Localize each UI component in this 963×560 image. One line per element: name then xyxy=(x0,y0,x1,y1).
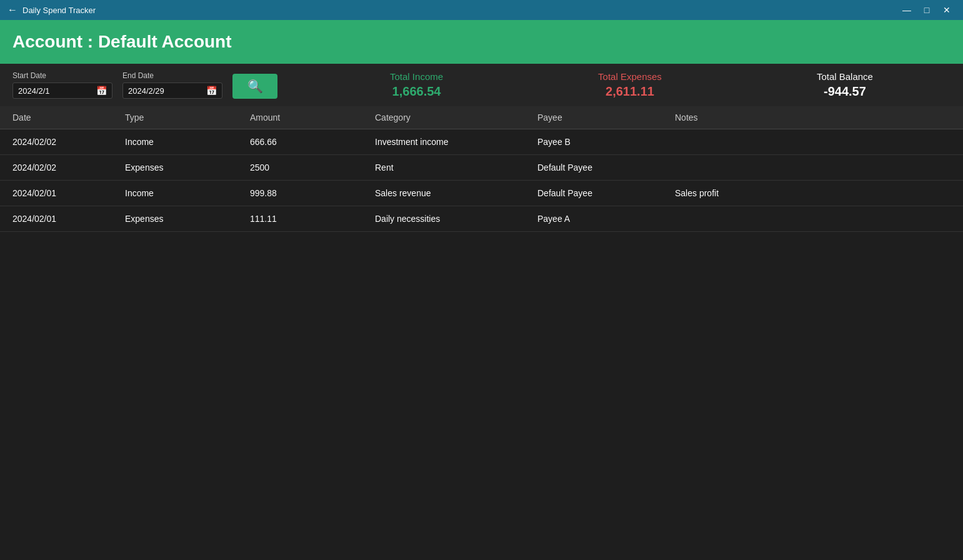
total-balance-label: Total Balance xyxy=(817,71,873,82)
start-date-input[interactable] xyxy=(18,86,94,96)
cell-notes: Sales profit xyxy=(662,181,963,206)
col-header-type: Type xyxy=(112,106,237,129)
minimize-button[interactable]: — xyxy=(898,4,916,16)
cell-category: Rent xyxy=(362,155,525,181)
cell-type: Expenses xyxy=(112,155,237,181)
cell-category: Daily necessities xyxy=(362,206,525,232)
window-controls: — □ ✕ xyxy=(898,4,956,16)
table-row[interactable]: 2024/02/02Income666.66Investment incomeP… xyxy=(0,129,963,155)
maximize-button[interactable]: □ xyxy=(918,4,936,16)
cell-date: 2024/02/01 xyxy=(0,181,112,206)
app-title: Daily Spend Tracker xyxy=(22,6,96,15)
cell-notes xyxy=(662,129,963,155)
title-bar: ← Daily Spend Tracker — □ ✕ xyxy=(0,0,963,20)
total-expenses-item: Total Expenses 2,611.11 xyxy=(598,71,662,99)
cell-amount: 2500 xyxy=(237,155,362,181)
table-row[interactable]: 2024/02/01Expenses111.11Daily necessitie… xyxy=(0,206,963,232)
total-income-item: Total Income 1,666.54 xyxy=(390,71,443,99)
cell-payee: Default Payee xyxy=(525,181,662,206)
cell-type: Expenses xyxy=(112,206,237,232)
cell-notes xyxy=(662,155,963,181)
total-balance-item: Total Balance -944.57 xyxy=(817,71,873,99)
total-expenses-value: 2,611.11 xyxy=(606,84,654,99)
start-date-calendar-icon[interactable]: 📅 xyxy=(96,86,107,96)
col-header-amount: Amount xyxy=(237,106,362,129)
table-body: 2024/02/02Income666.66Investment incomeP… xyxy=(0,129,963,232)
end-date-group: End Date 📅 xyxy=(122,71,222,99)
end-date-label: End Date xyxy=(122,71,222,80)
cell-amount: 666.66 xyxy=(237,129,362,155)
account-header: Account : Default Account xyxy=(0,20,963,64)
cell-date: 2024/02/01 xyxy=(0,206,112,232)
col-header-date: Date xyxy=(0,106,112,129)
close-button[interactable]: ✕ xyxy=(938,4,956,16)
start-date-wrapper[interactable]: 📅 xyxy=(12,82,112,99)
table-header: Date Type Amount Category Payee Notes xyxy=(0,106,963,129)
end-date-calendar-icon[interactable]: 📅 xyxy=(206,86,217,96)
cell-notes xyxy=(662,206,963,232)
col-header-payee: Payee xyxy=(525,106,662,129)
cell-amount: 111.11 xyxy=(237,206,362,232)
account-title: Account : Default Account xyxy=(12,32,232,52)
end-date-input[interactable] xyxy=(128,86,204,96)
cell-payee: Payee B xyxy=(525,129,662,155)
search-button[interactable]: 🔍 xyxy=(232,74,277,99)
total-income-label: Total Income xyxy=(390,71,443,82)
end-date-wrapper[interactable]: 📅 xyxy=(122,82,222,99)
summary-section: Total Income 1,666.54 Total Expenses 2,6… xyxy=(312,71,951,99)
table-row[interactable]: 2024/02/02Expenses2500RentDefault Payee xyxy=(0,155,963,181)
table-row[interactable]: 2024/02/01Income999.88Sales revenueDefau… xyxy=(0,181,963,206)
start-date-label: Start Date xyxy=(12,71,112,80)
cell-category: Investment income xyxy=(362,129,525,155)
start-date-group: Start Date 📅 xyxy=(12,71,112,99)
cell-type: Income xyxy=(112,181,237,206)
cell-date: 2024/02/02 xyxy=(0,155,112,181)
cell-type: Income xyxy=(112,129,237,155)
col-header-notes: Notes xyxy=(662,106,963,129)
total-income-value: 1,666.54 xyxy=(392,84,441,99)
cell-category: Sales revenue xyxy=(362,181,525,206)
cell-payee: Default Payee xyxy=(525,155,662,181)
controls-bar: Start Date 📅 End Date 📅 🔍 Total Income 1… xyxy=(0,64,963,106)
cell-amount: 999.88 xyxy=(237,181,362,206)
col-header-category: Category xyxy=(362,106,525,129)
total-balance-value: -944.57 xyxy=(824,84,866,99)
cell-date: 2024/02/02 xyxy=(0,129,112,155)
transactions-table: Date Type Amount Category Payee Notes 20… xyxy=(0,106,963,232)
cell-payee: Payee A xyxy=(525,206,662,232)
total-expenses-label: Total Expenses xyxy=(598,71,662,82)
title-bar-left: ← Daily Spend Tracker xyxy=(7,4,96,16)
back-button[interactable]: ← xyxy=(7,4,17,16)
search-icon: 🔍 xyxy=(247,79,263,94)
